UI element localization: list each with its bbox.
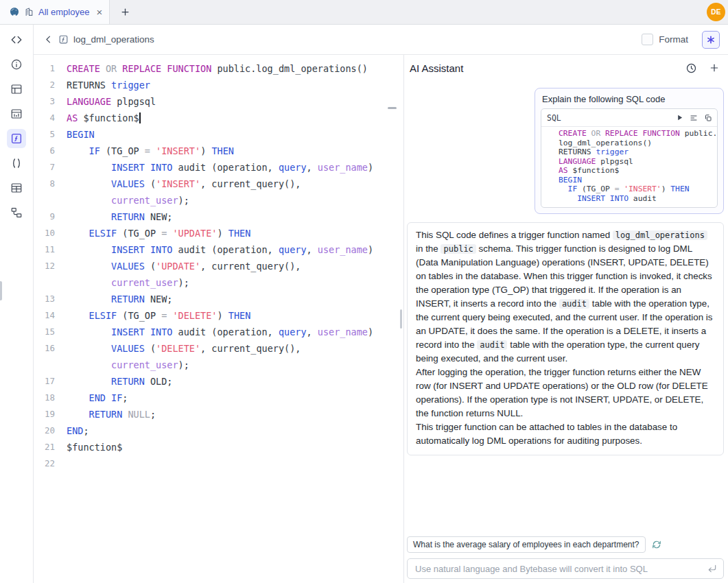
ai-panel-header: AI Assistant [404, 55, 728, 81]
run-query-icon[interactable] [676, 114, 683, 121]
ai-panel-footer: What is the average salary of employees … [404, 536, 728, 583]
inline-code: audit [559, 299, 589, 309]
code-line: 2RETURNS trigger [34, 77, 403, 93]
code-line: 12 VALUES ('UPDATE', current_query(), [34, 258, 403, 274]
code-line: current_user); [34, 274, 403, 291]
panel-resize-handle[interactable] [400, 309, 402, 329]
code-language-label: SQL [547, 113, 676, 123]
code-line: 9 RETURN NEW; [34, 209, 403, 225]
line-number: 6 [34, 143, 55, 159]
line-number: 10 [34, 225, 55, 241]
bubble-code-line: CREATE OR REPLACE FUNCTION public. [547, 129, 712, 139]
sidebar-item-info[interactable] [7, 55, 26, 74]
suggested-question-chip[interactable]: What is the average salary of employees … [407, 536, 646, 553]
line-number: 3 [34, 93, 55, 110]
format-sql-icon[interactable] [690, 114, 698, 122]
openai-icon [706, 35, 716, 45]
code-line: current_user); [34, 192, 403, 209]
code-line: 17 RETURN OLD; [34, 373, 403, 390]
functions-icon [10, 132, 23, 145]
tab-all-employee[interactable]: All employee × [0, 0, 110, 24]
code-line: 8 VALUES ('INSERT', current_query(), [34, 176, 403, 192]
line-number: 7 [34, 159, 55, 176]
inline-code: log_dml_operations [613, 230, 707, 240]
code-line: 20END; [34, 423, 403, 439]
code-line: 5BEGIN [34, 126, 403, 143]
inline-code: public [441, 244, 475, 254]
line-number: 14 [34, 307, 55, 324]
function-icon [58, 34, 69, 45]
code-line: 4AS $function$ [34, 110, 403, 126]
project-icon [25, 8, 34, 16]
scrollbar-thumb[interactable] [388, 107, 397, 109]
inline-code: audit [477, 340, 507, 350]
code-line: 7 INSERT INTO audit (operation, query, u… [34, 159, 403, 176]
line-number: 2 [34, 77, 55, 93]
line-number [34, 357, 55, 373]
ai-assistant-toggle-button[interactable] [702, 31, 720, 49]
line-number: 16 [34, 340, 55, 357]
line-number: 9 [34, 209, 55, 225]
sidebar-item-procedures[interactable] [7, 154, 26, 173]
line-number [34, 274, 55, 291]
enter-submit-icon[interactable] [707, 564, 717, 573]
table-data-icon [10, 108, 23, 120]
sql-editor[interactable]: 1CREATE OR REPLACE FUNCTION public.log_d… [34, 55, 403, 583]
page-title: log_dml_operations [73, 34, 154, 45]
code-line: 15 INSERT INTO audit (operation, query, … [34, 324, 403, 340]
sidebar-item-sql-editor[interactable] [7, 30, 26, 49]
bubble-code-line: AS $function$ [547, 166, 712, 176]
editor-toolbar: log_dml_operations Format [34, 25, 728, 55]
natural-language-input-container [407, 558, 724, 579]
bubble-code-line: LANGUAGE plpgsql [547, 157, 712, 167]
sidebar-item-schema-diagram[interactable] [7, 203, 26, 222]
ai-response-card: This SQL code defines a trigger function… [407, 222, 724, 455]
copy-icon[interactable] [704, 114, 712, 122]
line-number: 20 [34, 423, 55, 439]
sidebar-item-functions[interactable] [7, 129, 26, 148]
bubble-code-line: IF (TG_OP = 'INSERT') THEN [547, 185, 712, 194]
line-number [34, 192, 55, 209]
user-message-bubble: Explain the following SQL code SQL [535, 88, 724, 214]
code-line: 18 END IF; [34, 390, 403, 406]
line-number: 13 [34, 291, 55, 307]
panel-collapse-handle[interactable] [0, 281, 2, 300]
line-number: 15 [34, 324, 55, 340]
back-chevron-icon[interactable] [43, 34, 54, 45]
line-number: 1 [34, 60, 55, 77]
bubble-code-line: log_dml_operations() [547, 139, 712, 148]
line-number: 22 [34, 455, 55, 472]
new-tab-button[interactable] [120, 7, 130, 17]
chat-area: Explain the following SQL code SQL [404, 81, 728, 536]
code-line: 10 ELSIF (TG_OP = 'UPDATE') THEN [34, 225, 403, 241]
code-line: 14 ELSIF (TG_OP = 'DELETE') THEN [34, 307, 403, 324]
external-tables-icon [10, 182, 23, 194]
line-number: 17 [34, 373, 55, 390]
bubble-code-line: BEGIN [547, 176, 712, 185]
code-line: 3LANGUAGE plpgsql [34, 93, 403, 110]
user-avatar[interactable]: DE [707, 3, 725, 21]
line-number: 4 [34, 110, 55, 126]
explanation-paragraph: After logging the operation, the trigger… [416, 366, 715, 420]
info-icon [10, 58, 23, 71]
sidebar-item-tables[interactable] [7, 80, 26, 99]
natural-language-input[interactable] [414, 563, 707, 575]
format-checkbox[interactable] [642, 34, 653, 45]
sidebar-item-table-data[interactable] [7, 104, 26, 123]
text-cursor [139, 112, 141, 123]
code-line: 6 IF (TG_OP = 'INSERT') THEN [34, 143, 403, 159]
refresh-suggestions-icon[interactable] [652, 540, 661, 549]
ai-assistant-panel: AI Assistant Explain the following SQL c… [404, 55, 728, 583]
code-line: current_user); [34, 357, 403, 373]
code-line: 11 INSERT INTO audit (operation, query, … [34, 241, 403, 258]
left-sidebar [0, 25, 34, 583]
procedures-icon [10, 157, 23, 169]
tab-bar: All employee × DE [0, 0, 728, 25]
new-chat-plus-icon[interactable] [709, 62, 720, 73]
user-message-text: Explain the following SQL code [535, 88, 723, 108]
tab-close-icon[interactable]: × [96, 7, 102, 17]
format-label: Format [659, 34, 688, 45]
line-number: 19 [34, 406, 55, 423]
sidebar-item-external-tables[interactable] [7, 178, 26, 198]
history-clock-icon[interactable] [685, 62, 697, 74]
